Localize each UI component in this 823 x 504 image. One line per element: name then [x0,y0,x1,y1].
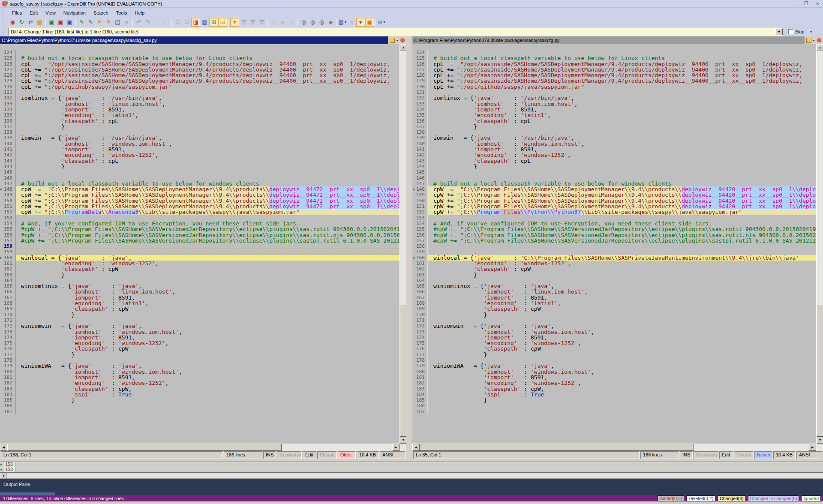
merge-icon[interactable]: ■ [278,18,287,27]
report-icon[interactable]: ▣ [365,18,374,27]
code-line[interactable]: 159 [412,249,816,255]
code-line[interactable]: 164 [412,278,816,283]
code-line[interactable]: 163 } [0,272,399,278]
code-line[interactable]: 139iomwin = {'java' : '/usr/bin/java', [412,135,816,141]
inspector-line-content[interactable] [15,467,823,472]
code-line[interactable]: 144 } [0,164,399,169]
code-line[interactable]: 146 [412,175,816,181]
code-line[interactable]: 142 'encoding' : 'windows-1252', [412,152,816,158]
undo-icon[interactable]: ↶ [134,18,143,27]
code-line[interactable]: 134 'iomport' : 8591, [0,107,399,112]
scroll-up-icon[interactable]: ▲ [817,44,823,51]
code-line[interactable]: 179winiomIWA = {'java' : 'java', [0,363,399,369]
copy-up-icon[interactable]: ↑ [269,18,278,27]
code-line[interactable]: ◀160winlocal = {'java' : 'C:\\Program Fi… [412,255,816,261]
code-line[interactable]: 176 'classpath' : cpW [412,346,816,351]
current-diff-combobox[interactable]: Diff 4: Change 1 line (160, first file) … [8,28,783,36]
menu-item-files[interactable]: Files [8,9,26,17]
code-line[interactable]: 185 } [412,397,816,403]
code-line[interactable]: 136 'classpath' : cpL [412,118,816,124]
code-line[interactable]: 145 [0,169,399,175]
code-line[interactable]: 136 'classpath' : cpL [0,118,399,124]
code-line[interactable]: 156#cpW += ";C:\\Program Files\\SASHome\… [412,232,816,238]
show-right-only-icon[interactable]: ◨ [191,18,200,27]
sync-scroll-icon[interactable]: ⊞ [209,18,218,27]
code-line[interactable]: 124 [0,50,399,55]
code-line[interactable]: 172winiomwin = {'java' : 'java', [412,323,816,329]
code-line[interactable]: 173 'iomhost' : 'windows.iom.host', [0,329,399,335]
code-line[interactable]: 168 'encoding' : 'latin1', [0,300,399,306]
code-line[interactable]: 158 [0,243,399,249]
code-line[interactable]: 174 'iomport' : 8591, [412,335,816,340]
code-line[interactable]: 138 [0,129,399,135]
code-line[interactable]: 180 'iomhost' : 'windows.iom.host', [412,369,816,375]
view-mode-icon[interactable]: ▦▼ [338,18,347,27]
code-line[interactable]: 182 'encoding' : 'windows-1252', [412,380,816,386]
code-line[interactable]: 137 } [412,124,816,129]
edit-first-icon[interactable]: ✎ [77,18,86,27]
find-next-icon[interactable]: ◎ [308,18,317,27]
diffbar-grip[interactable] [3,29,5,35]
code-line[interactable]: 157#cpW += ";C:\\Program Files\\SASHome\… [412,238,816,243]
search-icon[interactable]: ○ [122,18,131,27]
code-line[interactable]: 134 'iomport' : 8591, [412,107,816,112]
code-line[interactable]: 158 [412,243,816,249]
code-line[interactable]: 169 'classpath' : cpW [412,306,816,312]
code-line[interactable]: 166 'iomhost' : 'linux.iom.host', [412,289,816,294]
next-diff-icon[interactable]: → [152,18,161,27]
code-line[interactable]: 155#cpW += ";C:\\Program Files\\SASHome\… [412,226,816,232]
menu-item-tools[interactable]: Tools [112,9,131,17]
code-line[interactable]: 146 [0,175,399,181]
code-line[interactable]: 150cpW += ";C:\\Program Files\\SASHome\\… [0,198,399,204]
code-line[interactable]: 161 'encoding' : 'windows-1252', [412,261,816,266]
save-second-icon[interactable]: ▣ [56,18,65,27]
output-pane[interactable]: Output Pane [0,479,823,492]
code-line[interactable]: 150cpW += ";C:\\Program Files\\SASHome\\… [412,198,816,204]
code-line[interactable]: 179winiomIWA = {'java' : 'java', [412,363,816,369]
code-line[interactable]: 141 'iomport' : 8591, [412,147,816,152]
horizontal-scrollbar[interactable]: ◀▶ [0,444,406,451]
code-line[interactable]: 145 [412,169,816,175]
compare-icon[interactable]: ◉ [8,18,17,27]
output-pane-tab[interactable] [0,492,55,495]
vertical-scrollbar[interactable]: ▲▼ [816,44,823,444]
pane-file-icon[interactable] [806,38,811,43]
filter-blocks-icon[interactable]: ▽ [248,18,257,27]
swap-panes-icon[interactable]: ⇄ [26,18,35,27]
vertical-scrollbar[interactable]: ▲▼ [399,44,406,444]
diff-dropdown-button[interactable]: ▼ [775,28,783,35]
code-line[interactable]: 133 'iomhost' : 'linux.iom.host', [412,101,816,107]
code-line[interactable]: 130cpL += ":/opt/github/saspy/java/saspy… [412,84,816,90]
find-icon[interactable]: ◎ [299,18,308,27]
scroll-up-icon[interactable]: ▲ [400,44,406,51]
code-line[interactable]: 139iomwin = {'java' : '/usr/bin/java', [0,135,399,141]
plugins-icon[interactable]: ∗ [356,18,365,27]
file-list-icon[interactable]: ≡ [347,18,356,27]
vertical-scroll-thumb[interactable] [817,305,823,437]
pane-header[interactable]: C:\Program Files\Python\Python37\Lib\sit… [412,36,823,44]
code-line[interactable]: 131 [412,90,816,95]
scroll-right-icon[interactable]: ▶ [392,444,399,451]
menu-item-navigation[interactable]: Navigation [60,9,90,17]
code-line[interactable]: 151cpW += ";C:\\Program Files\\SASHome\\… [412,204,816,209]
pane-header[interactable]: C:\Program Files\Python\Python37\Lib\sit… [0,36,406,44]
code-line[interactable]: ▶160winlocal = {'java' : 'java', [0,255,399,261]
code-line[interactable]: 128cpL += ":/opt/sasinside/SASHome/SASDe… [0,72,399,78]
code-line[interactable]: 170 } [0,312,399,318]
code-line[interactable]: 143 'classpath' : cpL [0,158,399,164]
code-line[interactable]: 177 } [0,352,399,357]
code-line[interactable]: 155#cpW += ";C:\\Program Files\\SASHome\… [0,226,399,232]
code-line[interactable]: 124 [412,50,816,55]
code-line[interactable]: 168 'encoding' : 'latin1', [412,300,816,306]
code-line[interactable]: 161 'encoding' : 'windows-1252', [0,261,399,266]
code-line[interactable]: 126cpL = "/opt/sasinside/SASHome/SASDepl… [0,61,399,67]
vertical-scroll-thumb[interactable] [400,305,406,437]
horizontal-scroll-thumb[interactable] [7,444,282,451]
code-line[interactable]: 135 'encoding' : 'latin1', [412,112,816,118]
open-icon[interactable]: ▆ [35,18,44,27]
code-line[interactable]: 129cpL += ":/opt/sasinside/SASHome/SASDe… [412,78,816,84]
code-line[interactable]: 167 'iomport' : 8591, [412,295,816,300]
prev-diff-icon[interactable]: ← [161,18,170,27]
close-button[interactable]: × [812,0,823,7]
code-line[interactable]: 171 [0,318,399,323]
